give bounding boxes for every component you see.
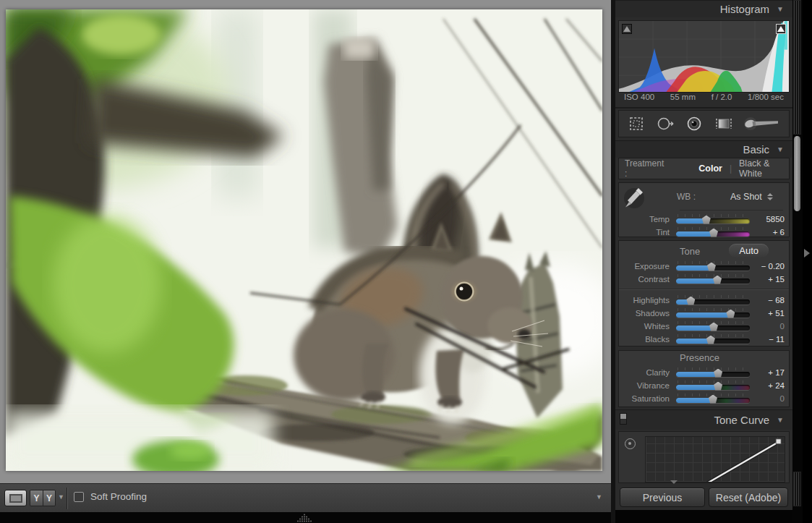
tint-label: Tint: [619, 228, 670, 237]
basic-title: Basic: [743, 143, 769, 156]
histogram-chart: [619, 21, 789, 92]
presence-label: Presence: [680, 352, 789, 366]
highlight-clipping-indicator[interactable]: [776, 24, 786, 34]
tone-curve-title: Tone Curve: [714, 414, 769, 426]
saturation-value: 0: [750, 394, 785, 403]
soft-proofing-checkbox[interactable]: [74, 492, 84, 502]
shadows-slider-row: Shadows + 51: [619, 307, 789, 320]
panel-scrollbar-thumb[interactable]: [794, 136, 800, 211]
wb-dropdown[interactable]: As Shot: [730, 192, 762, 202]
highlight-clipping-triangle-icon: [777, 26, 785, 32]
before-after-button[interactable]: Y Y: [30, 490, 56, 506]
tint-slider[interactable]: [676, 227, 750, 238]
treatment-color-option[interactable]: Color: [698, 163, 722, 174]
histogram-display[interactable]: [618, 20, 790, 93]
tone-curve-enable-toggle[interactable]: [620, 413, 627, 425]
tone-divider: [619, 289, 789, 290]
treatment-bw-option[interactable]: Black & White: [739, 158, 783, 179]
bottom-window-strip: [0, 512, 611, 523]
basic-panel-header[interactable]: Basic ▼: [615, 140, 792, 158]
tone-label: Tone: [680, 246, 700, 257]
clarity-label: Clarity: [619, 368, 670, 377]
histogram-collapse-icon[interactable]: ▼: [777, 5, 784, 13]
develop-toolbar: Y Y ▼ Soft Proofing ▼: [0, 483, 611, 512]
graduated-filter-icon: [714, 114, 734, 133]
whites-value: 0: [750, 322, 785, 331]
auto-tone-button[interactable]: Auto: [729, 244, 769, 258]
contrast-label: Contrast: [619, 275, 670, 284]
reset-button[interactable]: Reset (Adobe): [709, 488, 788, 507]
shadows-slider[interactable]: [676, 308, 750, 319]
temp-value: 5850: [750, 215, 785, 224]
exif-shutter: 1/800 sec: [748, 93, 784, 106]
blacks-value: − 11: [750, 335, 785, 344]
shadow-clipping-indicator[interactable]: [622, 24, 632, 34]
clarity-slider[interactable]: [676, 367, 750, 378]
exif-focal-length: 55 mm: [670, 93, 696, 106]
before-after-left-icon: Y: [30, 490, 43, 506]
treatment-row: Treatment : Color | Black & White: [618, 158, 790, 179]
wb-label: WB :: [677, 192, 696, 202]
right-panel: Histogram ▼: [611, 0, 792, 523]
crop-overlay-tool[interactable]: [627, 114, 646, 133]
shadows-value: + 51: [750, 309, 785, 318]
wb-eyedropper-icon[interactable]: [623, 184, 646, 211]
panel-expand-arrow-icon[interactable]: [804, 249, 810, 258]
vibrance-slider[interactable]: [676, 380, 750, 391]
scrollbar-ribbed-bottom: [793, 472, 801, 506]
highlights-label: Highlights: [619, 296, 670, 305]
photo-render: [6, 9, 602, 471]
targeted-adjustment-icon[interactable]: [625, 438, 636, 449]
whites-slider[interactable]: [676, 321, 750, 332]
whites-label: Whites: [619, 322, 670, 331]
temp-slider[interactable]: [676, 214, 750, 225]
exif-aperture: f / 2.0: [711, 93, 732, 106]
panel-end-arrow-icon[interactable]: [670, 480, 678, 484]
right-window-margin: [803, 0, 812, 523]
saturation-slider[interactable]: [676, 394, 750, 404]
toolbar-options-caret-icon[interactable]: ▼: [596, 493, 602, 501]
panel-bottom-strip: [615, 510, 792, 523]
before-after-caret-icon[interactable]: ▼: [58, 493, 64, 501]
contrast-slider[interactable]: [676, 274, 750, 285]
histogram-panel-header[interactable]: Histogram ▼: [615, 0, 792, 17]
temp-label: Temp: [619, 215, 670, 224]
tone-curve-panel-header[interactable]: Tone Curve ▼: [615, 409, 792, 430]
adjustment-brush-icon: [743, 114, 781, 133]
photo-squirrel[interactable]: [6, 9, 602, 471]
highlights-slider[interactable]: [676, 295, 750, 306]
exposure-slider[interactable]: [676, 261, 750, 272]
red-eye-tool[interactable]: [685, 114, 704, 133]
blacks-slider[interactable]: [676, 334, 750, 345]
wb-divider: [680, 210, 783, 211]
exposure-slider-row: Exposure − 0.20: [619, 260, 789, 273]
panel-divider: [615, 107, 792, 109]
panel-reveal-grip-icon[interactable]: [295, 514, 314, 522]
graduated-filter-tool[interactable]: [714, 114, 734, 133]
tone-curve-grid[interactable]: [645, 436, 785, 482]
white-balance-section: WB : As Shot Temp 5850 Tint: [618, 182, 790, 237]
toolbar-divider: [67, 488, 67, 509]
vibrance-value: + 24: [750, 381, 785, 390]
previous-button[interactable]: Previous: [620, 488, 705, 507]
exif-readout: ISO 400 55 mm f / 2.0 1/800 sec: [620, 93, 788, 106]
spot-removal-tool[interactable]: [655, 114, 675, 133]
treatment-separator: |: [730, 163, 732, 174]
spot-removal-icon: [655, 114, 675, 133]
tone-curve-collapse-icon[interactable]: ▼: [777, 416, 784, 424]
whites-slider-row: Whites 0: [619, 320, 789, 333]
contrast-value: + 15: [750, 275, 785, 284]
presence-section: Presence Clarity + 17 Vibrance + 24: [618, 350, 790, 407]
adjustment-brush-tool[interactable]: [743, 114, 781, 133]
panel-scrollbar-track[interactable]: [792, 0, 803, 523]
wb-spinner-icon[interactable]: [767, 193, 773, 200]
tint-slider-row: Tint + 6: [619, 226, 789, 239]
exposure-label: Exposure: [619, 262, 670, 271]
basic-collapse-icon[interactable]: ▼: [777, 145, 784, 153]
saturation-label: Saturation: [619, 394, 670, 403]
tint-value: + 6: [750, 228, 785, 237]
image-canvas: [0, 0, 611, 483]
loupe-view-button[interactable]: [4, 490, 27, 506]
crop-overlay-icon: [627, 114, 646, 133]
tone-section: Tone Auto Exposure − 0.20 Contrast: [618, 240, 790, 346]
